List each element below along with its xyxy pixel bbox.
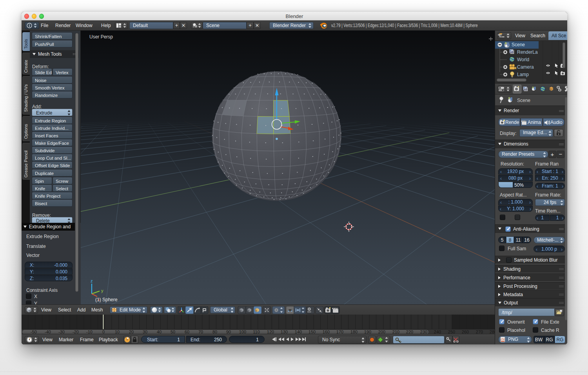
svg-text:RenderLa: RenderLa	[517, 49, 538, 55]
svg-text:y: y	[101, 288, 103, 293]
svg-text:(1) Sphere: (1) Sphere	[95, 297, 118, 302]
svg-text:z: z	[91, 279, 93, 283]
svg-text:Scene: Scene	[512, 42, 525, 47]
svg-text:Camera: Camera	[517, 64, 534, 70]
svg-text:World: World	[517, 57, 529, 62]
svg-text:Lamp: Lamp	[517, 72, 529, 77]
svg-text:Scene: Scene	[517, 98, 530, 103]
svg-text:User Persp: User Persp	[89, 34, 113, 40]
